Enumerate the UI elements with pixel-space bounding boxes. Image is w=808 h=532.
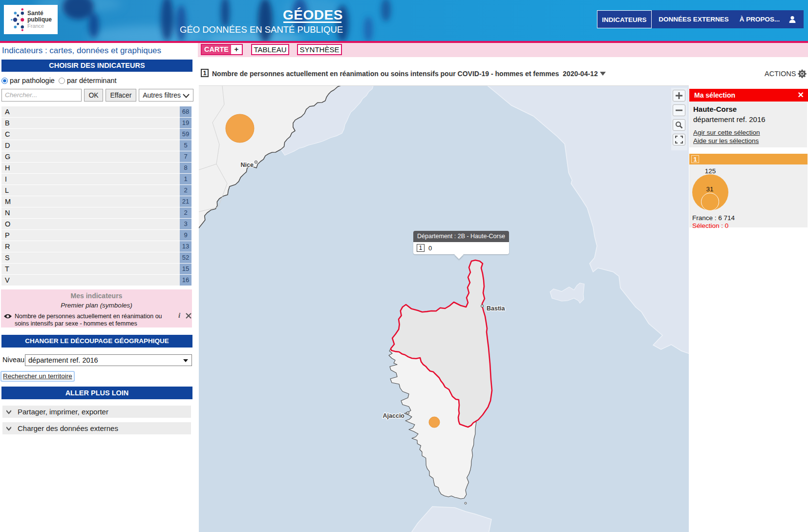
svg-text:Nice: Nice [241, 162, 254, 168]
svg-text:publique: publique [27, 16, 52, 23]
svg-text:Santé: Santé [27, 10, 43, 17]
svg-text:France: France [27, 23, 44, 29]
svg-text:Bastia: Bastia [487, 305, 506, 312]
svg-text:Ajaccio: Ajaccio [383, 412, 405, 419]
